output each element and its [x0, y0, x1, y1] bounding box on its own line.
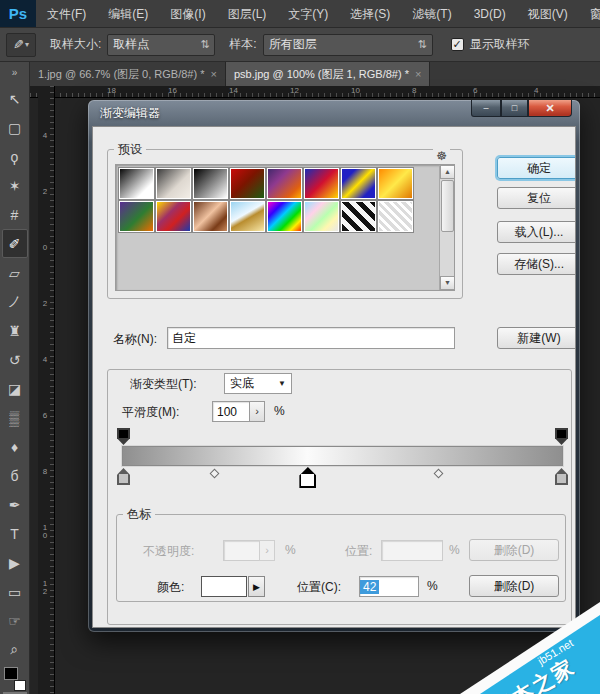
- gradient-preset-blue-yellow-blue[interactable]: [341, 168, 376, 199]
- gradient-preset-spectrum[interactable]: [267, 201, 302, 232]
- eyedropper-tool[interactable]: ✐: [2, 229, 28, 258]
- document-tab-0[interactable]: 1.jpg @ 66.7% (图层 0, RGB/8#) *×: [30, 62, 226, 86]
- gradient-preset-violet-green-orange[interactable]: [119, 201, 154, 232]
- magic-wand-tool[interactable]: ✶: [2, 171, 28, 200]
- gradient-preset-orange-yellow-orange[interactable]: [378, 168, 413, 199]
- close-button[interactable]: ✕: [528, 100, 572, 117]
- scroll-down-icon[interactable]: ▼: [440, 276, 455, 290]
- gradient-preset-blue-red-yellow[interactable]: [304, 168, 339, 199]
- rectangle-tool[interactable]: ▭: [2, 577, 28, 606]
- smoothness-spinner-icon[interactable]: ›: [249, 401, 265, 422]
- menu-item-2[interactable]: 图像(I): [159, 0, 216, 28]
- sample-value: 所有图层: [269, 36, 317, 53]
- h-ruler-number: 8: [412, 86, 416, 95]
- tab-close-icon[interactable]: ×: [415, 68, 421, 80]
- show-sampling-ring-checkbox[interactable]: ✓: [451, 38, 464, 51]
- scroll-up-icon[interactable]: ▲: [440, 165, 455, 179]
- h-ruler-number: 6: [473, 86, 477, 95]
- scrollbar-thumb[interactable]: [441, 180, 454, 232]
- gradient-preset-black-white[interactable]: [193, 168, 228, 199]
- foreground-color-swatch[interactable]: [4, 667, 18, 680]
- type-tool[interactable]: T: [2, 519, 28, 548]
- zoom-tool[interactable]: ⌕: [2, 635, 28, 664]
- stop-location-percent: %: [427, 579, 438, 593]
- hand-tool[interactable]: ☞: [2, 606, 28, 635]
- background-color-swatch[interactable]: [14, 680, 26, 691]
- lasso-tool[interactable]: ϙ: [2, 142, 28, 171]
- new-button[interactable]: 新建(W): [497, 327, 576, 349]
- gradient-preset-violet-to-orange[interactable]: [267, 168, 302, 199]
- healing-brush-tool[interactable]: ▱: [2, 258, 28, 287]
- marquee-tool[interactable]: ▢: [2, 113, 28, 142]
- midpoint-diamond-right[interactable]: [434, 469, 444, 479]
- name-input[interactable]: 自定: [167, 327, 455, 349]
- color-stop-left[interactable]: [117, 468, 130, 485]
- clone-stamp-tool[interactable]: ♜: [2, 316, 28, 345]
- foreground-background-swatches[interactable]: [3, 666, 27, 692]
- gradient-preset-noise-sample[interactable]: [378, 201, 413, 232]
- gradient-preset-yellow-violet-red-blue[interactable]: [156, 201, 191, 232]
- smoothness-label: 平滑度(M):: [122, 404, 179, 421]
- h-ruler-number: 14: [229, 86, 238, 95]
- maximize-button[interactable]: □: [501, 100, 528, 117]
- opacity-stop-right[interactable]: [555, 428, 568, 445]
- tools-panel: » ↖▢ϙ✶#✐▱ノ♜↺◪▒♦б✒T▶▭☞⌕: [0, 62, 30, 694]
- menu-item-8[interactable]: 视图(V): [517, 0, 579, 28]
- gradient-preset-foreground-to-transparent[interactable]: [156, 168, 191, 199]
- menu-item-4[interactable]: 文字(Y): [277, 0, 339, 28]
- gradient-preview-wrap: [122, 446, 563, 466]
- reset-button[interactable]: 复位: [497, 187, 576, 209]
- tab-close-icon[interactable]: ×: [210, 68, 216, 80]
- v-ruler-number: 4: [40, 356, 50, 364]
- delete-color-stop-button[interactable]: 删除(D): [469, 575, 559, 597]
- pen-tool[interactable]: ✒: [2, 490, 28, 519]
- menu-item-0[interactable]: 文件(F): [36, 0, 97, 28]
- gradient-preset-red-to-green[interactable]: [230, 168, 265, 199]
- menu-item-5[interactable]: 选择(S): [339, 0, 401, 28]
- menu-item-7[interactable]: 3D(D): [463, 0, 517, 28]
- eyedropper-tool-preview[interactable]: ✎ ▾: [6, 33, 36, 57]
- move-tool[interactable]: ↖: [2, 84, 28, 113]
- smoothness-input[interactable]: 100: [212, 401, 250, 422]
- gradient-type-select[interactable]: 实底 ▼: [224, 373, 292, 394]
- menu-item-9[interactable]: 窗口(W): [579, 0, 600, 28]
- toolbar-collapse-icon[interactable]: »: [0, 62, 29, 84]
- preset-scrollbar[interactable]: ▲ ▼: [439, 165, 454, 290]
- minimize-button[interactable]: –: [471, 100, 501, 117]
- path-selection-tool[interactable]: ▶: [2, 548, 28, 577]
- menu-item-6[interactable]: 滤镜(T): [401, 0, 462, 28]
- save-button[interactable]: 存储(S)...: [497, 253, 576, 275]
- history-brush-tool[interactable]: ↺: [2, 345, 28, 374]
- dodge-tool[interactable]: б: [2, 461, 28, 490]
- ok-button[interactable]: 确定: [497, 157, 576, 179]
- opacity-stop-left[interactable]: [117, 428, 130, 445]
- sample-size-select[interactable]: 取样点 ⇅: [107, 34, 215, 56]
- document-tab-label: psb.jpg @ 100% (图层 1, RGB/8#) *: [234, 67, 409, 82]
- menu-item-1[interactable]: 编辑(E): [97, 0, 159, 28]
- menu-item-3[interactable]: 图层(L): [217, 0, 278, 28]
- stop-color-swatch[interactable]: [201, 576, 247, 597]
- midpoint-diamond-left[interactable]: [210, 469, 220, 479]
- blur-tool[interactable]: ♦: [2, 432, 28, 461]
- opacity-percent: %: [285, 543, 296, 557]
- gear-icon[interactable]: ☸: [433, 149, 450, 163]
- gradient-preview-bar[interactable]: [123, 447, 562, 465]
- gradient-preset-pastel-rainbow-transparent[interactable]: [304, 201, 339, 232]
- load-button[interactable]: 载入(L)...: [497, 221, 576, 243]
- stop-location-input[interactable]: 42: [359, 576, 419, 597]
- color-menu-arrow-icon[interactable]: ▶: [248, 576, 265, 597]
- location-label: 位置:: [345, 543, 372, 560]
- crop-tool[interactable]: #: [2, 200, 28, 229]
- gradient-preset-chrome[interactable]: [230, 201, 265, 232]
- color-stop-selected[interactable]: [299, 467, 316, 488]
- eraser-tool[interactable]: ◪: [2, 374, 28, 403]
- gradient-preset-black-to-white[interactable]: [119, 168, 154, 199]
- gradient-tool[interactable]: ▒: [2, 403, 28, 432]
- color-stop-right[interactable]: [555, 468, 568, 485]
- brush-tool[interactable]: ノ: [2, 287, 28, 316]
- document-tab-1[interactable]: psb.jpg @ 100% (图层 1, RGB/8#) *×: [226, 62, 430, 86]
- h-ruler-number: 10: [351, 86, 360, 95]
- gradient-preset-transparent-stripes[interactable]: [341, 201, 376, 232]
- gradient-preset-copper[interactable]: [193, 201, 228, 232]
- sample-select[interactable]: 所有图层 ⇅: [263, 34, 433, 56]
